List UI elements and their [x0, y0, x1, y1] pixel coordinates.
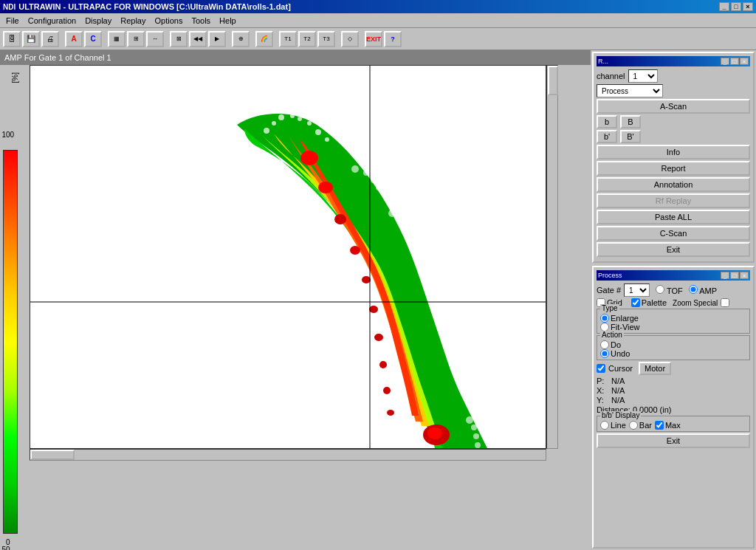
menu-display[interactable]: Display — [80, 15, 116, 27]
toolbar-t2-btn[interactable]: T2 — [298, 31, 316, 47]
b-buttons-row: b B — [597, 115, 750, 128]
menu-file[interactable]: File — [1, 15, 24, 27]
svg-point-32 — [436, 295, 444, 302]
toolbar-file-btn[interactable]: 🗄 — [3, 31, 21, 47]
tof-label: TOF — [667, 286, 683, 295]
proc-close-btn[interactable]: × — [740, 272, 749, 279]
toolbar-print-btn[interactable]: 🖨 — [41, 31, 59, 47]
svg-point-9 — [383, 387, 391, 394]
vertical-scrollbar[interactable] — [546, 65, 558, 449]
process-panel: Process _ □ × Gate # 1 2 TOF — [592, 266, 755, 549]
toolbar-palette-btn[interactable]: 🌈 — [255, 31, 273, 47]
report-button[interactable]: Report — [597, 161, 750, 176]
enlarge-radio[interactable] — [600, 314, 609, 323]
channel-row: channel 1 2 — [597, 69, 750, 83]
toolbar-save-btn[interactable]: 💾 — [22, 31, 40, 47]
ctrl-minimize-btn[interactable]: _ — [721, 58, 729, 65]
toolbar-nav1-btn[interactable]: ⊠ — [170, 31, 188, 47]
toolbar: 🗄 💾 🖨 A C ▦ ⊞ ↔ ⊠ ◀◀ ▶ ⊕ 🌈 T1 T2 T3 ◇ EX… — [0, 28, 756, 50]
svg-point-10 — [387, 410, 394, 416]
annotation-button[interactable]: Annotation — [597, 177, 750, 192]
channel-select[interactable]: 1 2 — [628, 69, 658, 83]
max-checkbox[interactable] — [655, 421, 664, 430]
zoom-special-checkbox[interactable] — [721, 298, 729, 307]
toolbar-grid-btn[interactable]: ▦ — [108, 31, 126, 47]
toolbar-display-btn[interactable]: ⊞ — [127, 31, 145, 47]
toolbar-gate-btn[interactable]: ◇ — [341, 31, 359, 47]
zoom-type-title: Type — [600, 304, 619, 312]
svg-point-34 — [447, 311, 453, 317]
b-button[interactable]: b — [597, 115, 617, 128]
svg-point-42 — [468, 393, 474, 399]
proc-minimize-btn[interactable]: _ — [721, 272, 729, 279]
ctrl-maximize-btn[interactable]: □ — [730, 58, 739, 65]
maximize-button[interactable]: □ — [731, 2, 741, 11]
menu-replay[interactable]: Replay — [116, 15, 150, 27]
toolbar-italic-btn[interactable]: C — [84, 31, 102, 47]
rf-replay-button[interactable]: Rf Replay — [597, 193, 750, 208]
gate-select[interactable]: 1 2 — [624, 283, 650, 297]
menu-help[interactable]: Help — [215, 15, 241, 27]
cursor-checkbox[interactable] — [597, 364, 605, 373]
svg-point-37 — [456, 343, 461, 349]
cscan-button[interactable]: C-Scan — [597, 226, 750, 241]
x-coord-label: X: — [597, 386, 611, 395]
amp-radio[interactable] — [689, 285, 698, 294]
toolbar-t1-btn[interactable]: T1 — [279, 31, 297, 47]
menu-options[interactable]: Options — [151, 15, 188, 27]
do-radio[interactable] — [600, 340, 609, 349]
svg-point-44 — [466, 416, 473, 424]
toolbar-nav3-btn[interactable]: ▶ — [208, 31, 226, 47]
svg-point-12 — [272, 121, 276, 126]
svg-point-6 — [369, 306, 378, 313]
x-row: X: N/A — [597, 386, 750, 395]
palette-checkbox[interactable] — [631, 298, 640, 307]
toolbar-bold-btn[interactable]: A — [65, 31, 83, 47]
svg-point-4 — [350, 246, 360, 255]
title-bar: NDI ULTRAWIN - ULTRAPAC FOR WINDOWS [C:\… — [0, 0, 756, 13]
paste-all-button[interactable]: Paste ALL — [597, 210, 750, 224]
undo-radio[interactable] — [600, 349, 609, 358]
minimize-button[interactable]: _ — [719, 2, 729, 11]
b-upper-button[interactable]: B — [620, 115, 641, 128]
p-coord-label: P: — [597, 377, 611, 385]
b-upper-prime-button[interactable]: B' — [620, 130, 641, 143]
motor-button[interactable]: Motor — [639, 362, 671, 375]
exit-top-button[interactable]: Exit — [597, 242, 750, 257]
enlarge-label: Enlarge — [611, 314, 639, 323]
toolbar-scan-btn[interactable]: ↔ — [146, 31, 164, 47]
svg-point-45 — [471, 424, 477, 430]
svg-point-49 — [427, 427, 442, 439]
info-button[interactable]: Info — [597, 145, 750, 159]
tof-radio[interactable] — [656, 285, 664, 294]
exit-process-button[interactable]: Exit — [597, 433, 750, 448]
svg-point-7 — [374, 334, 383, 341]
toolbar-config-btn[interactable]: ⊕ — [232, 31, 250, 47]
app-logo: NDI — [3, 3, 16, 11]
toolbar-exit-btn[interactable]: EXIT — [365, 31, 382, 47]
y-axis-unit: [%] — [11, 72, 19, 83]
proc-maximize-btn[interactable]: □ — [730, 272, 739, 279]
toolbar-help-btn[interactable]: ? — [384, 31, 402, 47]
ctrl-close-btn[interactable]: × — [740, 58, 749, 65]
process-select[interactable]: Process — [597, 84, 663, 97]
toolbar-nav2-btn[interactable]: ◀◀ — [189, 31, 207, 47]
channel-label: channel — [597, 72, 625, 80]
cscan-image[interactable] — [30, 65, 546, 449]
b-lower-button[interactable]: b' — [597, 130, 617, 143]
svg-point-47 — [475, 442, 481, 448]
menu-tools[interactable]: Tools — [187, 15, 215, 27]
svg-point-43 — [469, 402, 475, 408]
ascan-button[interactable]: A-Scan — [597, 99, 750, 114]
gate-row: Gate # 1 2 TOF AMP — [597, 283, 750, 297]
svg-point-2 — [318, 182, 333, 193]
horizontal-scrollbar[interactable] — [30, 449, 546, 461]
bb-display-title: b/b' Display — [600, 411, 641, 419]
svg-point-5 — [362, 276, 371, 283]
svg-point-13 — [278, 114, 284, 120]
close-button[interactable]: × — [743, 2, 753, 11]
bar-radio[interactable] — [629, 421, 638, 430]
toolbar-t3-btn[interactable]: T3 — [317, 31, 335, 47]
line-radio[interactable] — [600, 421, 609, 430]
menu-configuration[interactable]: Configuration — [24, 15, 80, 27]
